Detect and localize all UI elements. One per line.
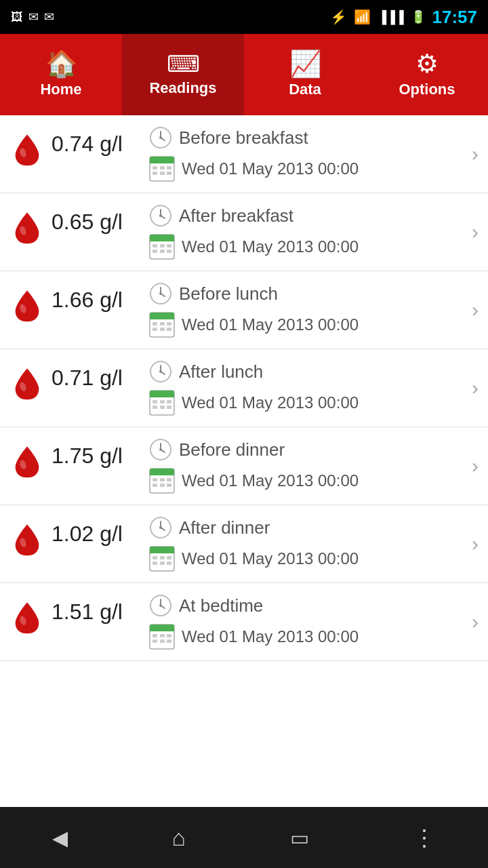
blood-drop-icon: [11, 288, 43, 323]
svg-rect-37: [160, 322, 165, 326]
battery-icon: 🔋: [411, 9, 426, 24]
status-icons-right: ⚡ 📶 ▐▐▐ 🔋 17:57: [330, 7, 477, 28]
recents-button[interactable]: ▭: [277, 819, 323, 856]
readings-list: 0.74 g/l Before breakfast Wed 01 May 201…: [0, 115, 488, 807]
reading-timing: Before breakfast: [149, 126, 488, 149]
signal-icon: ▐▐▐: [378, 10, 403, 24]
reading-date: Wed 01 May 2013 00:00: [149, 234, 488, 260]
svg-rect-54: [160, 406, 165, 409]
clock-icon: [149, 438, 172, 461]
chevron-right-icon: ›: [472, 376, 479, 399]
timing-label: After lunch: [179, 361, 263, 382]
svg-rect-83: [167, 561, 171, 565]
options-icon: ⚙: [415, 51, 439, 77]
calendar-icon: [149, 312, 175, 338]
timing-label: After breakfast: [179, 205, 293, 226]
chevron-right-icon: ›: [472, 610, 479, 633]
svg-rect-26: [160, 250, 165, 253]
reading-row[interactable]: 1.66 g/l Before lunch Wed 01 May 2013 00…: [0, 271, 488, 349]
back-button[interactable]: ◀: [39, 819, 81, 856]
tab-home[interactable]: 🏠 Home: [0, 34, 122, 115]
reading-details: Before breakfast Wed 01 May 2013 00:00: [149, 126, 488, 182]
svg-rect-69: [167, 484, 171, 487]
clock-icon: [149, 360, 172, 383]
svg-point-88: [159, 604, 162, 607]
tab-readings[interactable]: ⌨ Readings: [122, 34, 244, 115]
menu-button[interactable]: ⋮: [399, 817, 449, 858]
tab-home-label: Home: [40, 81, 81, 98]
svg-rect-92: [152, 634, 157, 637]
svg-rect-53: [152, 406, 157, 409]
tab-options-label: Options: [399, 81, 455, 98]
svg-rect-8: [152, 166, 157, 170]
timing-label: Before lunch: [179, 283, 278, 304]
svg-rect-39: [152, 328, 157, 331]
svg-rect-27: [167, 250, 171, 253]
chevron-right-icon: ›: [472, 220, 479, 243]
tab-bar: 🏠 Home ⌨ Readings 📈 Data ⚙ Options: [0, 34, 488, 115]
tab-readings-label: Readings: [149, 79, 216, 97]
clock-display: 17:57: [432, 7, 478, 28]
tab-data[interactable]: 📈 Data: [244, 34, 366, 115]
svg-rect-67: [152, 484, 157, 487]
svg-point-74: [159, 526, 162, 529]
svg-rect-40: [160, 328, 165, 331]
svg-rect-91: [150, 629, 174, 631]
tab-options[interactable]: ⚙ Options: [366, 34, 488, 115]
reading-details: After breakfast Wed 01 May 2013 00:00: [149, 204, 488, 260]
date-label: Wed 01 May 2013 00:00: [182, 159, 359, 178]
image-icon: 🖼: [11, 10, 23, 24]
blood-drop-icon: [11, 210, 43, 245]
home-button[interactable]: ⌂: [158, 818, 199, 858]
date-label: Wed 01 May 2013 00:00: [182, 549, 359, 568]
reading-value: 0.65 g/l: [52, 210, 146, 235]
email-icon: ✉: [28, 9, 39, 24]
blood-drop-icon: [11, 366, 43, 401]
reading-row[interactable]: 0.65 g/l After breakfast Wed 01 May 2013…: [0, 193, 488, 271]
status-icons-left: 🖼 ✉ ✉: [11, 9, 54, 24]
clock-icon: [149, 282, 172, 305]
svg-rect-50: [152, 400, 157, 403]
reading-value: 1.02 g/l: [52, 521, 146, 547]
svg-rect-64: [152, 478, 157, 481]
reading-row[interactable]: 1.51 g/l At bedtime Wed 01 May 2013 00:0…: [0, 583, 488, 661]
reading-row[interactable]: 1.75 g/l Before dinner Wed 01 May 2013 0…: [0, 427, 488, 505]
calendar-icon: [149, 156, 175, 182]
home-icon: 🏠: [45, 51, 77, 77]
svg-point-32: [159, 292, 162, 295]
bluetooth-icon: ⚡: [330, 9, 347, 25]
svg-rect-22: [152, 244, 157, 248]
reading-value: 1.75 g/l: [52, 443, 146, 469]
wifi-icon: 📶: [354, 9, 371, 25]
svg-rect-49: [150, 395, 174, 397]
timing-label: Before dinner: [179, 439, 285, 460]
calendar-icon: [149, 546, 175, 572]
svg-rect-80: [167, 556, 171, 559]
status-bar: 🖼 ✉ ✉ ⚡ 📶 ▐▐▐ 🔋 17:57: [0, 0, 488, 34]
clock-icon: [149, 594, 172, 617]
clock-icon: [149, 204, 172, 227]
clock-icon: [149, 126, 172, 149]
svg-rect-82: [160, 561, 165, 565]
chevron-right-icon: ›: [472, 298, 479, 321]
svg-rect-41: [167, 328, 171, 331]
reading-row[interactable]: 0.74 g/l Before breakfast Wed 01 May 201…: [0, 115, 488, 193]
svg-rect-7: [150, 161, 174, 163]
reading-timing: Before lunch: [149, 282, 488, 305]
svg-rect-97: [167, 639, 171, 643]
reading-row[interactable]: 0.71 g/l After lunch Wed 01 May 2013 00:…: [0, 349, 488, 427]
timing-label: At bedtime: [179, 595, 263, 616]
tab-data-label: Data: [289, 81, 321, 98]
svg-rect-25: [152, 250, 157, 253]
date-label: Wed 01 May 2013 00:00: [182, 237, 359, 256]
blood-drop-icon: [11, 132, 43, 167]
timing-label: After dinner: [179, 517, 270, 538]
reading-details: After dinner Wed 01 May 2013 00:00: [149, 516, 488, 572]
svg-rect-38: [167, 322, 171, 326]
clock-icon: [149, 516, 172, 539]
svg-rect-66: [167, 478, 171, 481]
reading-timing: After lunch: [149, 360, 488, 383]
reading-row[interactable]: 1.02 g/l After dinner Wed 01 May 2013 00…: [0, 505, 488, 583]
date-label: Wed 01 May 2013 00:00: [182, 393, 359, 412]
reading-value: 1.66 g/l: [52, 288, 146, 313]
